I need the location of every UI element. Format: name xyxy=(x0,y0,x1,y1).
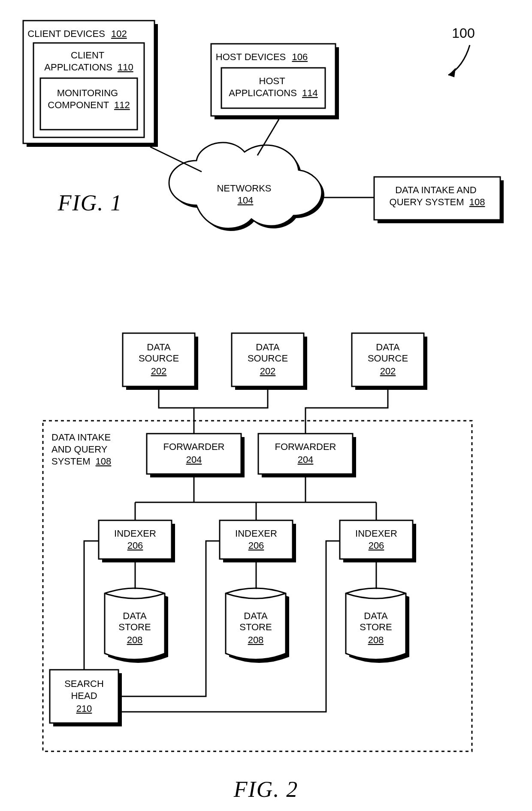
fig1-number: 100 xyxy=(452,25,475,41)
data-source-1: DATASOURCE202 xyxy=(123,333,198,390)
conn-ds1-fwd1 xyxy=(159,390,194,434)
host-devices-label: HOST DEVICES 106 xyxy=(216,52,308,62)
data-store-2: DATASTORE208 xyxy=(226,588,289,663)
indexer-1: INDEXER206 xyxy=(99,520,175,562)
fig1-caption: FIG. 1 xyxy=(57,191,123,215)
conn-ds2-fwd1 xyxy=(194,390,268,408)
system-label: DATA INTAKE AND QUERY SYSTEM 108 xyxy=(51,432,113,467)
data-source-3: DATASOURCE202 xyxy=(352,333,427,390)
client-devices-label: CLIENT DEVICES 102 xyxy=(27,28,127,39)
data-source-2: DATASOURCE202 xyxy=(232,333,307,390)
indexer-2: INDEXER206 xyxy=(220,520,296,562)
data-store-3: DATASTORE208 xyxy=(346,588,409,663)
conn-ds3-fwd2 xyxy=(305,390,388,434)
forwarder-1: FORWARDER204 xyxy=(147,434,245,477)
diagram-root: 100 CLIENT DEVICES 102 CLIENT APPLICATIO… xyxy=(0,0,532,811)
data-store-1: DATASTORE208 xyxy=(105,588,168,663)
fig1-arrow-arc xyxy=(448,45,470,75)
search-head: SEARCHHEAD210 xyxy=(50,670,122,726)
fig1-arrowhead xyxy=(448,68,456,77)
forwarder-2: FORWARDER204 xyxy=(258,434,356,477)
fig2-caption: FIG. 2 xyxy=(233,777,299,802)
indexer-3: INDEXER206 xyxy=(340,520,416,562)
